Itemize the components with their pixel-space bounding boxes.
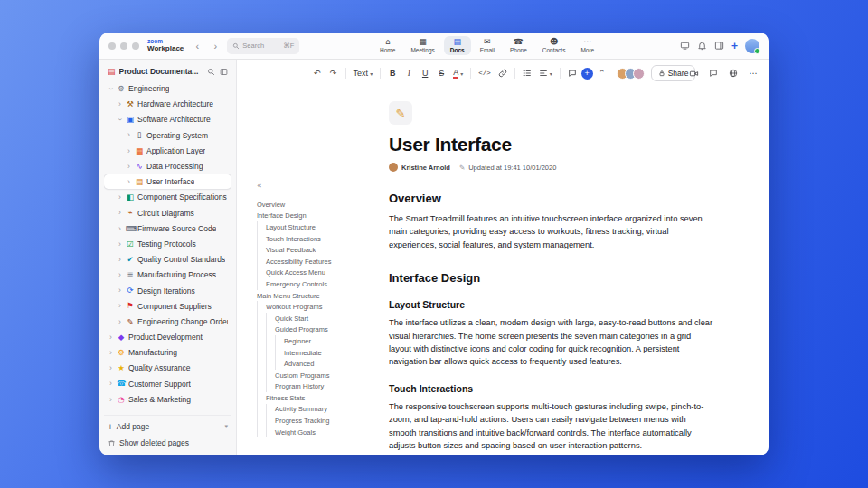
alignment-dropdown[interactable]: ▾ <box>536 66 555 81</box>
doc-heading-overview[interactable]: Overview <box>389 192 714 205</box>
underline-button[interactable]: U <box>418 66 432 81</box>
sidebar-item-user-interface[interactable]: ›▤User Interface <box>104 174 231 189</box>
comment-button[interactable] <box>565 66 580 81</box>
undo-button[interactable]: ↶ <box>310 66 325 81</box>
sidebar-item-product-development[interactable]: ›◆Product Development <box>104 330 231 344</box>
chevron-right-icon[interactable]: › <box>117 209 123 217</box>
outline-item-intermediate[interactable]: Intermediate <box>257 347 389 359</box>
chevron-down-icon[interactable]: ▾ <box>224 423 228 430</box>
outline-item-touch-interactions[interactable]: Touch Interactions <box>257 233 389 245</box>
outline-item-weight-goals[interactable]: Weight Goals <box>257 427 389 438</box>
sidebar-item-data-processing[interactable]: ›∿Data Processing <box>104 159 231 174</box>
chevron-right-icon[interactable]: › <box>126 163 132 171</box>
sidebar-item-manufacturing-process[interactable]: ›≣Manufacturing Process <box>104 267 231 282</box>
globe-button[interactable] <box>727 66 740 81</box>
collapse-toolbar-button[interactable]: ⌃ <box>595 66 609 81</box>
sidebar-item-design-iterations[interactable]: ›⟳Design Iterations <box>104 283 231 297</box>
tab-home[interactable]: ⌂Home <box>373 36 401 55</box>
sidebar-item-manufacturing[interactable]: ›⚙Manufacturing <box>104 345 231 360</box>
sidebar-item-quality-control-standards[interactable]: ›✔Quality Control Standards <box>104 252 231 267</box>
collaborator-avatar[interactable] <box>633 68 645 80</box>
sidebar-item-testing-protocols[interactable]: ›☑Testing Protocols <box>104 237 231 251</box>
sidebar-item-operating-system[interactable]: ›▯Operating System <box>104 128 231 143</box>
chevron-down-icon[interactable]: › <box>116 117 124 123</box>
sidebar-item-software-architecture[interactable]: ›▣Software Architecture <box>104 112 231 127</box>
sidebar-item-circuit-diagrams[interactable]: ›⌁Circuit Diagrams <box>104 206 231 221</box>
outline-item-fitness-stats[interactable]: Fitness Stats <box>257 392 389 404</box>
chevron-right-icon[interactable]: › <box>117 240 123 249</box>
chevron-right-icon[interactable]: › <box>117 286 123 295</box>
doc-heading-interface-design[interactable]: Interface Design <box>389 271 714 285</box>
video-button[interactable] <box>687 66 700 81</box>
text-style-dropdown[interactable]: Text ▾ <box>351 66 376 81</box>
chevron-right-icon[interactable]: › <box>117 225 123 233</box>
chevron-right-icon[interactable]: › <box>108 380 114 388</box>
outline-item-guided-programs[interactable]: Guided Programs <box>257 324 389 336</box>
chevron-right-icon[interactable]: › <box>108 364 114 372</box>
doc-title[interactable]: User Interface <box>389 134 714 155</box>
strikethrough-button[interactable]: S <box>434 66 448 81</box>
chevron-right-icon[interactable]: › <box>117 318 123 326</box>
sidebar-item-engineering[interactable]: ›⚙Engineering <box>104 81 231 96</box>
document-page[interactable]: ✎ User Interface Kristine Arnold ✎ Updat… <box>389 87 714 455</box>
bulleted-list-button[interactable] <box>520 66 534 81</box>
tab-more[interactable]: ⋯More <box>574 36 600 55</box>
chevron-down-icon[interactable]: › <box>107 86 115 92</box>
sidebar-item-firmware-source-code[interactable]: ›⌨Firmware Source Code <box>104 221 231 236</box>
outline-item-quick-access-menu[interactable]: Quick Access Menu <box>257 267 389 279</box>
sidebar-search-icon[interactable] <box>207 68 215 76</box>
user-avatar[interactable] <box>745 39 760 53</box>
chevron-right-icon[interactable]: › <box>108 396 114 404</box>
outline-item-quick-start[interactable]: Quick Start <box>257 313 389 324</box>
tab-meetings[interactable]: ▦Meetings <box>404 36 440 55</box>
redo-button[interactable]: ↷ <box>326 66 341 81</box>
sidebar-item-engineering-change-orders[interactable]: ›✎Engineering Change Orders <box>104 314 231 329</box>
doc-heading-layout-structure[interactable]: Layout Structure <box>389 299 714 310</box>
doc-emoji-icon[interactable]: ✎ <box>389 101 412 125</box>
outline-item-interface-design[interactable]: Interface Design <box>257 211 389 222</box>
device-icon[interactable] <box>680 41 690 51</box>
sidebar-item-customer-support[interactable]: ›☎Customer Support <box>104 377 231 391</box>
outline-item-main-menu-structure[interactable]: Main Menu Structure <box>257 290 389 302</box>
tab-docs[interactable]: ▤Docs <box>444 36 471 55</box>
panel-toggle-icon[interactable] <box>714 41 724 51</box>
outline-collapse-button[interactable]: « <box>257 181 268 190</box>
chevron-right-icon[interactable]: › <box>117 271 123 279</box>
chevron-right-icon[interactable]: › <box>117 256 123 264</box>
chevron-right-icon[interactable]: › <box>126 147 132 155</box>
doc-paragraph[interactable]: The responsive touchscreen supports mult… <box>389 400 714 453</box>
sidebar-item-component-specifications[interactable]: ›◧Component Specifications <box>104 190 231 204</box>
outline-item-progress-tracking[interactable]: Progress Tracking <box>257 415 389 427</box>
outline-item-emergency-controls[interactable]: Emergency Controls <box>257 278 389 290</box>
global-search-input[interactable]: Search ⌘F <box>227 38 299 54</box>
back-button[interactable]: ‹ <box>191 40 203 52</box>
chevron-right-icon[interactable]: › <box>108 349 114 357</box>
chevron-right-icon[interactable]: › <box>117 193 123 202</box>
outline-item-workout-programs[interactable]: Workout Programs <box>257 301 389 313</box>
tab-contacts[interactable]: ☻Contacts <box>536 36 572 55</box>
add-page-button[interactable]: + Add page ▾ <box>104 419 231 434</box>
sidebar-item-sales-marketing[interactable]: ›◔Sales & Marketing <box>104 392 231 407</box>
chevron-right-icon[interactable]: › <box>126 131 132 139</box>
close-window-button[interactable] <box>108 42 116 50</box>
outline-item-activity-summary[interactable]: Activity Summary <box>257 404 389 416</box>
tab-phone[interactable]: ☎Phone <box>504 36 533 55</box>
doc-heading-touch-interactions[interactable]: Touch Interactions <box>389 383 714 394</box>
minimize-window-button[interactable] <box>120 42 127 50</box>
outline-item-accessibility-features[interactable]: Accessibility Features <box>257 256 389 267</box>
text-color-dropdown[interactable]: A ▾ <box>450 66 466 81</box>
sidebar-item-application-layer[interactable]: ›▦Application Layer <box>104 144 231 158</box>
notifications-bell-icon[interactable] <box>697 41 707 51</box>
bold-button[interactable]: B <box>385 66 400 81</box>
outline-item-program-history[interactable]: Program History <box>257 381 389 393</box>
show-deleted-pages-button[interactable]: Show deleted pages <box>104 436 231 450</box>
doc-paragraph[interactable]: The Smart Treadmill features an intuitiv… <box>389 212 714 251</box>
chat-button[interactable] <box>707 66 720 81</box>
forward-button[interactable]: › <box>209 40 222 52</box>
insert-block-button[interactable]: + <box>581 68 593 80</box>
chevron-right-icon[interactable]: › <box>117 100 123 108</box>
outline-item-beginner[interactable]: Beginner <box>257 335 389 347</box>
tab-email[interactable]: ✉Email <box>474 36 501 55</box>
italic-button[interactable]: I <box>401 66 416 81</box>
outline-item-advanced[interactable]: Advanced <box>257 358 389 370</box>
